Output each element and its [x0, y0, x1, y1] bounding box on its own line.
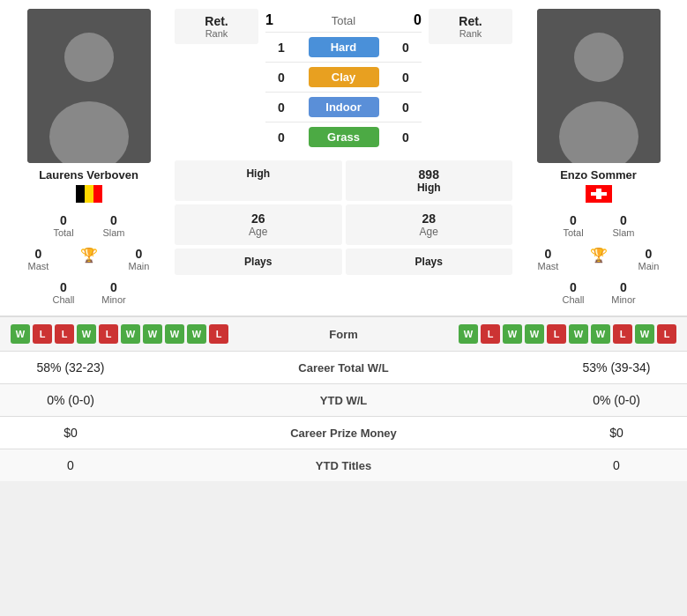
right-player-stats3: 0 Chall 0 Minor: [517, 278, 680, 307]
stats-label-3: YTD Titles: [123, 459, 564, 472]
left-age-value: 26: [182, 212, 335, 226]
svg-point-7: [574, 33, 624, 82]
form-badge-l: L: [613, 324, 632, 344]
right-player-name: Enzo Sommer: [560, 168, 637, 182]
surface-badge-indoor: Indoor: [309, 97, 379, 117]
right-high-label: High: [353, 182, 506, 194]
total-left-value: 1: [265, 12, 273, 28]
stats-left-3: 0: [18, 458, 123, 472]
svg-rect-11: [591, 192, 607, 196]
form-badge-l: L: [55, 324, 74, 344]
svg-point-1: [64, 33, 114, 82]
right-trophy-icon-box: 🏆: [574, 245, 623, 273]
right-rank-value: Ret.: [434, 14, 507, 28]
form-badge-w: W: [459, 324, 478, 344]
form-badge-w: W: [569, 324, 588, 344]
left-trophy-icon: 🏆: [80, 247, 98, 263]
right-age-box: 28 Age: [346, 204, 513, 245]
form-badge-w: W: [77, 324, 96, 344]
left-rank-box: Ret. Rank: [175, 9, 258, 44]
right-total-box: 0 Total: [549, 212, 598, 240]
career-stats-table: 58% (32-23) Career Total W/L 53% (39-34)…: [0, 351, 687, 481]
left-mast-box: 0 Mast: [14, 245, 63, 273]
form-badge-w: W: [143, 324, 162, 344]
form-badge-l: L: [99, 324, 118, 344]
stats-right-1: 0% (0-0): [564, 393, 669, 407]
form-badge-w: W: [525, 324, 544, 344]
left-player-name: Laurens Verboven: [39, 168, 138, 182]
svg-rect-5: [93, 185, 102, 203]
left-player-area: Laurens Verboven 0 Total 0 Slam: [7, 9, 170, 307]
right-age-value: 28: [353, 212, 506, 226]
left-trophy-icon-box: 🏆: [64, 245, 113, 273]
form-badge-w: W: [591, 324, 610, 344]
surface-badge-hard: Hard: [309, 37, 379, 57]
right-high-value: 898: [353, 167, 506, 182]
right-chall-box: 0 Chall: [549, 278, 598, 307]
form-label: Form: [329, 328, 358, 341]
surface-badge-clay: Clay: [309, 67, 379, 87]
right-player-area: Enzo Sommer 0 Total 0 Slam: [517, 9, 680, 307]
right-rank-box: Ret. Rank: [429, 9, 512, 44]
stats-left-2: $0: [18, 426, 123, 440]
center-area: Ret. Rank 1 Total 0 1 Hard 0 0 Clay: [175, 9, 512, 307]
stats-row-2: $0 Career Prize Money $0: [0, 416, 687, 449]
left-form-badges: WLLWLWWWWL: [11, 324, 228, 344]
form-badge-w: W: [187, 324, 206, 344]
left-rank-sub: Rank: [180, 28, 253, 39]
main-container: Laurens Verboven 0 Total 0 Slam: [0, 0, 687, 481]
surface-right-indoor: 0: [397, 100, 414, 115]
right-plays-label: Plays: [353, 256, 506, 268]
stats-row-0: 58% (32-23) Career Total W/L 53% (39-34): [0, 351, 687, 383]
surface-rows: 1 Hard 0 0 Clay 0 0 Indoor 0 0 Grass 0: [265, 32, 422, 152]
form-badge-w: W: [503, 324, 522, 344]
right-rank-sub: Rank: [434, 28, 507, 39]
left-plays-label: Plays: [182, 256, 335, 268]
left-high-label: High: [182, 167, 335, 180]
form-badge-l: L: [481, 324, 500, 344]
form-badge-l: L: [657, 324, 676, 344]
left-player-stats2: 0 Mast 🏆 0 Main: [7, 245, 170, 273]
left-player-stats3: 0 Chall 0 Minor: [7, 278, 170, 307]
right-high-box: 898 High: [346, 160, 513, 201]
left-slam-box: 0 Slam: [90, 212, 138, 240]
left-age-label: Age: [182, 226, 335, 238]
form-badge-w: W: [165, 324, 184, 344]
stats-row-3: 0 YTD Titles 0: [0, 449, 687, 481]
stats-label-0: Career Total W/L: [123, 361, 564, 375]
svg-rect-3: [76, 185, 85, 203]
form-badge-l: L: [33, 324, 52, 344]
surface-left-indoor: 0: [273, 100, 290, 115]
left-high-box: High: [175, 160, 342, 201]
stats-right-2: $0: [564, 426, 669, 440]
surface-left-hard: 1: [273, 41, 290, 55]
form-section: WLLWLWWWWL Form WLWWLWWLWL: [0, 315, 687, 351]
surface-row-clay: 0 Clay 0: [265, 62, 422, 92]
form-badge-l: L: [209, 324, 228, 344]
surface-right-clay: 0: [397, 71, 414, 85]
left-chall-box: 0 Chall: [40, 278, 88, 307]
form-badge-w: W: [121, 324, 140, 344]
stats-label-1: YTD W/L: [123, 394, 564, 407]
left-flag: [76, 185, 102, 203]
right-plays-box: Plays: [346, 249, 513, 275]
surface-row-hard: 1 Hard 0: [265, 32, 422, 62]
surface-badge-grass: Grass: [309, 127, 379, 147]
match-area: Laurens Verboven 0 Total 0 Slam: [0, 0, 687, 315]
surface-right-grass: 0: [397, 130, 414, 145]
left-total-box: 0 Total: [40, 212, 88, 240]
right-trophy-icon: 🏆: [590, 247, 608, 263]
stats-right-0: 53% (39-34): [564, 360, 669, 375]
left-player-stats: 0 Total 0 Slam: [7, 212, 170, 240]
right-slam-box: 0 Slam: [600, 212, 648, 240]
right-player-stats2: 0 Mast 🏆 0 Main: [517, 245, 680, 273]
surface-row-grass: 0 Grass 0: [265, 122, 422, 152]
stats-row-1: 0% (0-0) YTD W/L 0% (0-0): [0, 383, 687, 416]
total-label: Total: [332, 14, 355, 27]
right-player-stats: 0 Total 0 Slam: [517, 212, 680, 240]
right-flag: [586, 185, 612, 203]
stats-left-1: 0% (0-0): [18, 393, 123, 407]
right-minor-box: 0 Minor: [600, 278, 648, 307]
surface-row-indoor: 0 Indoor 0: [265, 92, 422, 122]
left-plays-box: Plays: [175, 249, 342, 275]
